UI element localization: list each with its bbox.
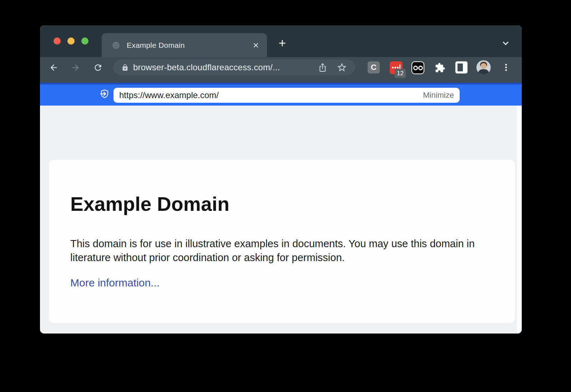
avatar-body [478,69,489,75]
goggles-extension-icon[interactable] [411,61,424,74]
profile-avatar[interactable] [476,60,491,75]
reload-button[interactable] [91,60,105,75]
password-dot [392,67,394,68]
avatar-face [481,63,486,69]
extension-c-icon[interactable]: C [368,61,380,73]
bookmark-star-icon[interactable] [337,62,347,73]
page-paragraph: This domain is for use in illustrative e… [70,237,481,265]
chevron-down-icon[interactable] [499,36,513,50]
extension-badge-count: 12 [395,69,406,78]
globe-favicon-icon [112,41,120,50]
password-dot [397,67,399,68]
share-icon[interactable] [318,63,327,72]
omnibox-url-text: browser-beta.cloudflareaccess.com/... [133,62,309,72]
page-scrollbar[interactable] [516,106,522,334]
browser-toolbar: browser-beta.cloudflareaccess.com/... C … [40,57,522,83]
browser-window: Example Domain browser-beta.cloudflareac [40,25,522,334]
minimize-button[interactable]: Minimize [423,91,454,100]
isolation-address-input[interactable] [119,90,423,100]
browser-menu-icon[interactable] [499,60,513,75]
back-button[interactable] [46,60,61,75]
example-domain-card: Example Domain This domain is for use in… [49,160,515,323]
new-tab-button[interactable] [275,36,289,50]
tab-strip: Example Domain [40,25,522,57]
isolation-address-field-wrap: Minimize [113,88,460,103]
page-viewport: Example Domain This domain is for use in… [40,106,522,334]
password-manager-extension-icon[interactable]: 12 [390,61,403,74]
omnibox-address-bar[interactable]: browser-beta.cloudflareaccess.com/... [113,60,355,75]
isolation-shield-icon [98,88,110,102]
more-information-link[interactable]: More information... [70,277,160,289]
tab-close-icon[interactable] [250,39,262,51]
macos-fullscreen-button[interactable] [81,37,89,45]
tab-title: Example Domain [127,41,250,50]
password-dot [394,67,396,68]
tab-example-domain[interactable]: Example Domain [102,33,267,57]
page-heading: Example Domain [70,193,229,215]
extensions-puzzle-icon[interactable] [433,61,447,75]
isolation-bar: Minimize [40,83,522,106]
forward-button[interactable] [68,60,82,75]
lock-icon [121,64,129,71]
ring-right [418,66,423,70]
macos-minimize-button[interactable] [67,37,75,45]
ring-left [413,66,418,70]
side-panel-inner [458,63,463,71]
macos-close-button[interactable] [54,37,61,45]
side-panel-icon[interactable] [455,61,468,73]
